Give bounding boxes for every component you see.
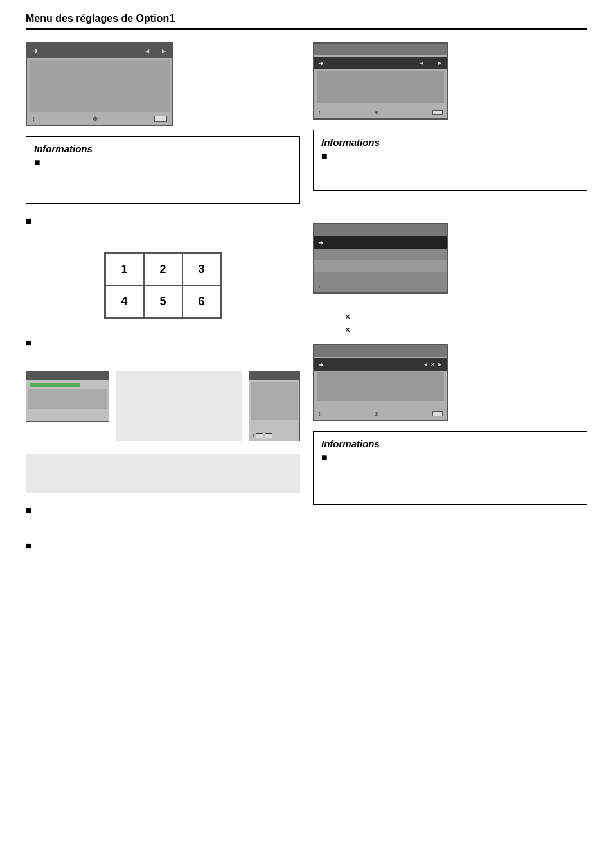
x-nav-move: ⊕ bbox=[374, 411, 379, 417]
right-mockup-bottom: ↕ ⊕ bbox=[318, 109, 443, 116]
bullet-section-4: ■ bbox=[26, 504, 300, 528]
main-layout: ➜ ◄ ► ↕ ⊕ Informations ■ bbox=[26, 42, 587, 563]
gray-area-left bbox=[26, 454, 300, 493]
small-screen-2-bar bbox=[249, 371, 299, 380]
text-left-5 bbox=[26, 551, 300, 563]
grid-cell-6: 6 bbox=[182, 285, 221, 317]
r-small-box bbox=[432, 110, 443, 115]
right-spacer bbox=[429, 60, 434, 66]
x-indicator-2: × bbox=[345, 324, 587, 335]
x-mockup-x: × bbox=[431, 361, 434, 368]
screen-mockup-left-top: ➜ ◄ ► ↕ ⊕ bbox=[26, 42, 173, 126]
x-nav-updown: ↕ bbox=[318, 411, 321, 417]
menu-row-2 bbox=[314, 249, 447, 260]
arrow-indicator-icon: ➜ bbox=[32, 47, 38, 55]
bullet-left-5: ■ bbox=[26, 540, 31, 551]
bullet-left-3: ■ bbox=[26, 337, 31, 348]
grid-cell-2: 2 bbox=[144, 253, 182, 285]
screen-x-mockup: ➜ ◄ × ► ↕ ⊕ bbox=[313, 344, 448, 421]
mockup-top-bar: ➜ ◄ ► bbox=[27, 44, 172, 58]
x-indicator-1: × bbox=[345, 312, 587, 322]
r-nav-updown: ↕ bbox=[318, 109, 321, 116]
nav-move-icon: ⊕ bbox=[93, 115, 98, 122]
right-arrow-left: ◄ bbox=[419, 60, 425, 66]
right-column: ➜ ◄ ► ↕ ⊕ Informations ■ bbox=[313, 42, 587, 563]
bullet-section-2: ■ bbox=[26, 215, 300, 239]
arrow-right-icon: ► bbox=[161, 48, 167, 55]
info-text-right-1 bbox=[321, 164, 579, 184]
grid-cell-3: 3 bbox=[182, 253, 221, 285]
nav-updown-icon: ↕ bbox=[32, 115, 35, 122]
small-screens-row: ↕ bbox=[26, 371, 300, 441]
bullet-right-1: ■ bbox=[321, 150, 579, 162]
small-screen-1 bbox=[26, 371, 109, 422]
right-mockup-content bbox=[317, 71, 444, 103]
bullet-right-2: ■ bbox=[321, 452, 579, 463]
menu-mockup-right: ➜ ↓ bbox=[313, 223, 448, 294]
r-nav-move: ⊕ bbox=[374, 109, 379, 116]
mockup-bottom-bar: ↕ ⊕ bbox=[32, 115, 167, 122]
bullet-left-1: ■ bbox=[34, 157, 292, 168]
menu-arrow-icon: ➜ bbox=[318, 239, 323, 246]
arrow-left-icon: ◄ bbox=[144, 48, 150, 55]
info-text-left-2 bbox=[26, 226, 300, 239]
menu-top-bar bbox=[314, 224, 447, 236]
menu-selected-row: ➜ bbox=[314, 236, 447, 249]
grid-diagram: 1 2 3 4 5 6 bbox=[104, 252, 222, 319]
small-screen-2-bottom: ↕ bbox=[252, 432, 297, 438]
x-mockup-mid-bar: ➜ ◄ × ► bbox=[314, 358, 447, 371]
page-container: Menu des réglages de Option1 ➜ ◄ ► ↕ ⊕ bbox=[0, 0, 613, 576]
x-mockup-arr-right: ► bbox=[437, 361, 443, 368]
left-column: ➜ ◄ ► ↕ ⊕ Informations ■ bbox=[26, 42, 300, 563]
right-arrow-right: ► bbox=[437, 60, 443, 66]
mockup-content bbox=[30, 60, 170, 112]
info-title-right-2: Informations bbox=[321, 438, 579, 449]
menu-bottom-arrow: ↓ bbox=[318, 283, 321, 290]
info-text-left-1 bbox=[34, 171, 292, 197]
info-box-right-1: Informations ■ bbox=[313, 130, 587, 191]
small-screen-2: ↕ bbox=[249, 371, 300, 441]
s2-box-2 bbox=[265, 433, 272, 438]
x-mockup-arr-left: ◄ bbox=[423, 361, 429, 368]
menu-down-arrow: ↓ bbox=[318, 283, 321, 290]
menu-row-3 bbox=[314, 260, 447, 272]
right-mockup-mid-bar: ➜ ◄ ► bbox=[314, 57, 447, 69]
x-mockup-content bbox=[317, 372, 444, 401]
grid-cell-4: 4 bbox=[105, 285, 144, 317]
x-small-box bbox=[432, 411, 443, 416]
placeholder-area bbox=[116, 371, 242, 441]
bullet-section-3: ■ bbox=[26, 337, 300, 360]
s2-box-1 bbox=[256, 433, 263, 438]
grid-cell-5: 5 bbox=[144, 285, 182, 317]
bullet-left-2: ■ bbox=[26, 215, 31, 226]
x-mockup-arrow: ➜ bbox=[318, 361, 323, 368]
bullet-left-4: ■ bbox=[26, 504, 31, 515]
x-mockup-bottom: ↕ ⊕ bbox=[318, 411, 443, 417]
small-screen-bar-1 bbox=[26, 371, 109, 380]
bullet-section-5: ■ bbox=[26, 540, 300, 563]
info-title-left-1: Informations bbox=[34, 143, 292, 154]
grid-cell-1: 1 bbox=[105, 253, 144, 285]
info-box-left-1: Informations ■ bbox=[26, 136, 300, 204]
small-screen-green-bar bbox=[30, 383, 80, 387]
info-text-left-3 bbox=[26, 348, 300, 360]
x-mockup-top-bar bbox=[314, 345, 447, 357]
s2-arrow-icon: ↕ bbox=[252, 432, 254, 438]
info-title-right-1: Informations bbox=[321, 137, 579, 148]
info-box-right-2: Informations ■ bbox=[313, 431, 587, 505]
page-title: Menu des réglages de Option1 bbox=[26, 13, 587, 30]
right-arrow-indicator: ➜ bbox=[318, 60, 323, 67]
screen-mockup-right-top: ➜ ◄ ► ↕ ⊕ bbox=[313, 42, 448, 120]
info-text-right-2 bbox=[321, 466, 579, 498]
text-left-4 bbox=[26, 515, 300, 528]
small-box-indicator bbox=[154, 116, 167, 122]
x-indicators: × × bbox=[332, 312, 587, 335]
right-mockup-top-bar bbox=[314, 44, 447, 55]
